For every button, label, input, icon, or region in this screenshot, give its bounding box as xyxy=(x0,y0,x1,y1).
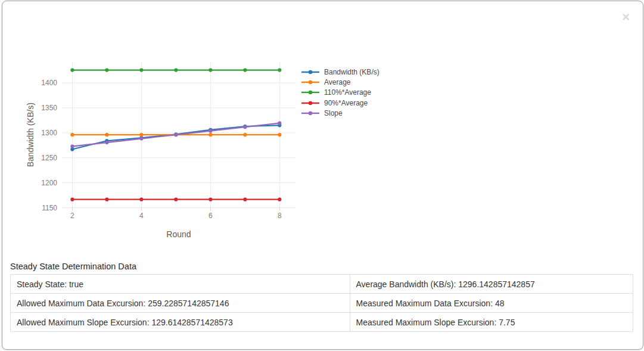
series-point xyxy=(209,133,212,136)
series-point xyxy=(139,137,143,141)
legend-label: 90%*Average xyxy=(324,99,368,107)
bandwidth-chart: 1150120012501300135014002468RoundBandwid… xyxy=(2,1,396,257)
series-point xyxy=(139,198,143,201)
close-icon[interactable]: × xyxy=(622,11,630,24)
series-point xyxy=(70,198,74,201)
series-point xyxy=(105,198,108,201)
series-point xyxy=(209,198,212,201)
series-point xyxy=(243,125,247,129)
legend-marker-icon xyxy=(301,110,319,116)
x-axis-tick-label: 2 xyxy=(70,212,74,220)
series-point xyxy=(70,133,74,136)
series-point xyxy=(70,69,74,72)
legend-marker-icon xyxy=(301,100,319,106)
chart-plot-area: 1150120012501300135014002468RoundBandwid… xyxy=(26,54,301,246)
series-point xyxy=(209,69,212,72)
legend-item-110-average[interactable]: 110%*Average xyxy=(301,88,379,98)
steady-state-table: Steady State: trueAverage Bandwidth (KB/… xyxy=(10,274,633,332)
series-point xyxy=(174,133,178,136)
series-point xyxy=(174,198,178,201)
legend-item-average[interactable]: Average xyxy=(301,77,379,87)
series-point xyxy=(139,133,143,136)
series-point xyxy=(139,69,143,72)
table-cell-right-2: Measured Maximum Slope Excursion: 7.75 xyxy=(350,313,633,332)
y-axis-tick-label: 1300 xyxy=(41,129,57,137)
series-line-bandwidth-kb-s- xyxy=(72,125,279,149)
y-axis-tick-label: 1150 xyxy=(42,204,57,212)
legend-item-90-average[interactable]: 90%*Average xyxy=(301,98,379,108)
legend-marker-icon xyxy=(301,79,319,85)
table-cell-right-0: Average Bandwidth (KB/s): 1296.142857142… xyxy=(350,275,633,294)
x-axis-tick-label: 8 xyxy=(278,212,282,220)
table-cell-left-0: Steady State: true xyxy=(11,275,350,294)
y-axis-tick-label: 1250 xyxy=(41,154,57,162)
table-row: Allowed Maximum Data Excursion: 259.2285… xyxy=(11,294,633,313)
table-heading: Steady State Determination Data xyxy=(10,262,633,271)
series-point xyxy=(278,133,281,136)
series-point xyxy=(105,69,108,72)
x-axis-tick-label: 6 xyxy=(209,212,213,220)
legend-label: Bandwidth (KB/s) xyxy=(324,68,379,76)
y-axis-tick-label: 1200 xyxy=(41,179,57,187)
series-point xyxy=(174,69,178,72)
y-axis-tick-label: 1400 xyxy=(41,79,57,87)
table-cell-left-1: Allowed Maximum Data Excursion: 259.2285… xyxy=(11,294,350,313)
legend-marker-icon xyxy=(301,69,319,75)
series-point xyxy=(209,129,212,133)
legend-label: 110%*Average xyxy=(324,88,371,97)
y-axis-title: Bandwidth (KB/s) xyxy=(26,102,35,167)
table-row: Allowed Maximum Slope Excursion: 129.614… xyxy=(11,313,633,332)
legend-label: Average xyxy=(324,78,350,86)
series-point xyxy=(278,69,281,72)
y-axis-tick-label: 1350 xyxy=(41,104,57,112)
series-point xyxy=(243,69,247,72)
table-row: Steady State: trueAverage Bandwidth (KB/… xyxy=(11,275,633,294)
table-cell-right-1: Measured Maximum Data Excursion: 48 xyxy=(350,294,633,313)
legend-item-bandwidth-kb-s-[interactable]: Bandwidth (KB/s) xyxy=(301,67,379,77)
series-point xyxy=(105,133,108,136)
steady-state-modal: × 1150120012501300135014002468RoundBandw… xyxy=(2,1,643,350)
series-point xyxy=(105,141,108,144)
x-axis-title: Round xyxy=(166,229,191,239)
legend-label: Slope xyxy=(324,109,343,117)
series-point xyxy=(278,198,281,201)
legend-marker-icon xyxy=(301,89,319,95)
steady-state-section: Steady State Determination Data Steady S… xyxy=(10,262,633,332)
table-cell-left-2: Allowed Maximum Slope Excursion: 129.614… xyxy=(11,313,350,332)
series-point xyxy=(278,122,281,125)
series-point xyxy=(243,133,247,136)
series-point xyxy=(243,198,247,201)
chart-legend: Bandwidth (KB/s)Average110%*Average90%*A… xyxy=(301,67,379,119)
x-axis-tick-label: 4 xyxy=(139,212,144,220)
legend-item-slope[interactable]: Slope xyxy=(301,108,379,119)
series-point xyxy=(70,144,74,148)
